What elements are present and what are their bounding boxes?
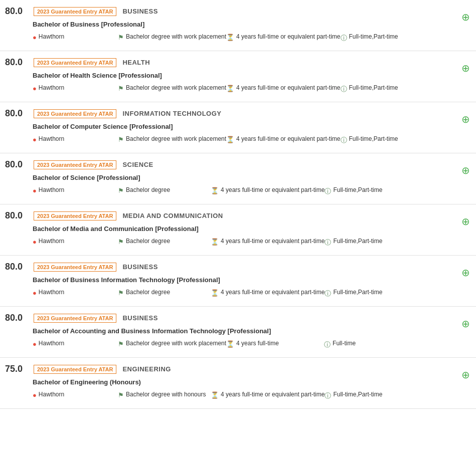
course-block: 80.0 2023 Guaranteed Entry ATAR MEDIA AN… [0,204,476,256]
clock-icon: ⏳ [226,85,234,92]
atar-score: 80.0 [5,313,28,323]
location-col: ● Hawthorn [33,340,118,348]
location-icon: ● [33,34,37,41]
add-course-button[interactable]: ⊕ [461,318,476,330]
atar-badge: 2023 Guaranteed Entry ATAR [34,211,116,220]
course-block: 80.0 2023 Guaranteed Entry ATAR INFORMAT… [0,102,476,153]
clock-icon: ⏳ [211,289,219,297]
info-icon: ⓘ [325,187,331,196]
mode-text: Full-time,Part-time [349,84,398,91]
study-type-text: Bachelor degree with work placement [126,135,226,142]
location-icon: ● [33,340,37,348]
location-icon: ● [33,289,37,297]
study-type-col: ⚑ Bachelor degree with work placement [118,340,226,348]
course-title: Bachelor of Science [Professional] [0,173,458,184]
course-title: Bachelor of Computer Science [Profession… [0,122,458,133]
course-block: 80.0 2023 Guaranteed Entry ATAR BUSINESS… [0,0,476,51]
duration-col: ⏳ 4 years full-time or equivalent part-t… [211,186,325,194]
course-title: Bachelor of Business Information Technol… [0,275,458,287]
clock-icon: ⏳ [211,187,219,194]
location-text: Hawthorn [39,33,64,40]
location-text: Hawthorn [39,340,64,347]
atar-score: 80.0 [5,108,28,119]
add-course-button[interactable]: ⊕ [461,11,476,23]
info-icon: ⓘ [325,238,331,247]
mode-text: Full-time,Part-time [333,186,382,193]
study-icon: ⚑ [118,34,124,41]
study-type-text: Bachelor degree [126,289,170,296]
location-icon: ● [33,187,37,194]
duration-text: 4 years full-time or equivalent part-tim… [221,289,325,296]
study-type-col: ⚑ Bachelor degree with honours [118,391,211,399]
add-course-button[interactable]: ⊕ [461,267,476,279]
study-type-col: ⚑ Bachelor degree [118,289,211,297]
add-course-button[interactable]: ⊕ [461,164,476,176]
location-text: Hawthorn [39,84,64,91]
atar-badge: 2023 Guaranteed Entry ATAR [34,7,116,16]
duration-col: ⏳ 4 years full-time or equivalent part-t… [211,289,325,297]
add-course-button[interactable]: ⊕ [461,369,476,381]
category-label: MEDIA AND COMMUNICATION [122,212,223,219]
study-type-col: ⚑ Bachelor degree [118,238,211,246]
course-block: 80.0 2023 Guaranteed Entry ATAR HEALTH B… [0,51,476,102]
category-label: BUSINESS [122,263,157,271]
add-course-button[interactable]: ⊕ [461,62,476,74]
duration-text: 4 years full-time or equivalent part-tim… [221,186,325,193]
atar-score: 80.0 [5,159,28,170]
info-icon: ⓘ [341,34,347,43]
mode-text: Full-time [333,340,356,347]
study-icon: ⚑ [118,289,124,297]
study-type-col: ⚑ Bachelor degree with work placement [118,135,226,143]
course-title: Bachelor of Engineering (Honours) [0,377,458,389]
course-block: 80.0 2023 Guaranteed Entry ATAR BUSINESS… [0,256,476,307]
course-title: Bachelor of Business [Professional] [0,20,458,31]
atar-badge: 2023 Guaranteed Entry ATAR [34,263,116,272]
course-title: Bachelor of Health Science [Professional… [0,71,458,82]
atar-badge: 2023 Guaranteed Entry ATAR [34,58,116,67]
add-course-button[interactable]: ⊕ [461,113,476,125]
duration-col: ⏳ 4 years full-time or equivalent part-t… [226,33,340,41]
study-icon: ⚑ [118,238,124,246]
location-text: Hawthorn [39,289,64,296]
category-label: SCIENCE [122,161,153,168]
location-icon: ● [33,391,37,399]
study-type-col: ⚑ Bachelor degree with work placement [118,33,226,41]
clock-icon: ⏳ [226,34,234,41]
location-icon: ● [33,85,37,92]
category-label: BUSINESS [122,314,157,322]
study-type-col: ⚑ Bachelor degree with work placement [118,84,226,92]
mode-col: ⓘ Full-time,Part-time [325,238,415,247]
course-title: Bachelor of Accounting and Business Info… [0,326,458,338]
duration-text: 4 years full-time [236,340,279,347]
location-icon: ● [33,238,37,246]
location-col: ● Hawthorn [33,84,118,92]
mode-text: Full-time,Part-time [333,289,382,296]
category-label: BUSINESS [122,8,157,15]
study-type-text: Bachelor degree with work placement [126,340,226,347]
location-text: Hawthorn [39,238,64,245]
category-label: INFORMATION TECHNOLOGY [122,110,221,117]
location-col: ● Hawthorn [33,186,118,194]
mode-text: Full-time,Part-time [349,135,398,142]
info-icon: ⓘ [341,136,347,145]
location-col: ● Hawthorn [33,135,118,143]
info-icon: ⓘ [325,289,331,298]
clock-icon: ⏳ [211,238,219,246]
location-col: ● Hawthorn [33,391,118,399]
mode-text: Full-time,Part-time [333,238,382,245]
study-type-text: Bachelor degree with honours [126,391,206,398]
location-col: ● Hawthorn [33,33,118,41]
duration-text: 4 years full-time or equivalent part-tim… [236,135,340,142]
clock-icon: ⏳ [226,136,234,143]
mode-col: ⓘ Full-time,Part-time [341,135,431,145]
mode-col: ⓘ Full-time,Part-time [325,186,415,196]
atar-score: 80.0 [5,210,28,221]
mode-col: ⓘ Full-time,Part-time [325,289,415,298]
location-col: ● Hawthorn [33,238,118,246]
study-type-text: Bachelor degree with work placement [126,84,226,91]
category-label: HEALTH [122,59,150,66]
study-type-text: Bachelor degree [126,186,170,193]
duration-text: 4 years full-time or equivalent part-tim… [236,33,340,40]
study-icon: ⚑ [118,187,124,194]
add-course-button[interactable]: ⊕ [461,215,476,228]
